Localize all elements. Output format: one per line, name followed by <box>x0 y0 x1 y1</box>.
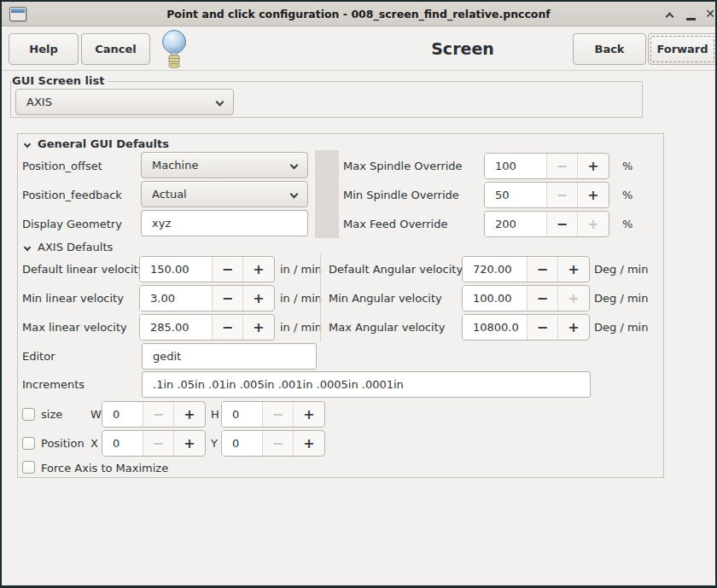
size-h-spinner: − + <box>221 401 325 428</box>
default-linear-velocity-input[interactable] <box>140 257 213 282</box>
header-separator <box>2 70 715 71</box>
increment-button[interactable]: + <box>578 212 609 236</box>
increment-button[interactable]: + <box>294 431 324 456</box>
shade-window-button[interactable] <box>662 7 678 22</box>
min-spindle-override-input[interactable] <box>485 183 547 207</box>
position-x-input[interactable] <box>102 431 143 456</box>
size-w-input[interactable] <box>102 402 143 427</box>
decrement-button[interactable]: − <box>213 286 243 311</box>
back-button[interactable]: Back <box>573 33 646 65</box>
increment-button[interactable]: + <box>558 315 589 340</box>
plus-icon: + <box>253 261 264 277</box>
max-linear-velocity-spinner: − + <box>139 314 275 341</box>
plus-icon: + <box>184 406 195 422</box>
axis-defaults-title: AXIS Defaults <box>38 241 113 253</box>
max-angular-velocity-input[interactable] <box>463 315 528 340</box>
window-title: Point and click configuration - 008_scre… <box>2 8 715 20</box>
size-checkbox-label: size <box>41 408 62 421</box>
default-angular-velocity-label: Default Angular velocity <box>329 263 463 276</box>
max-angular-velocity-spinner: − + <box>462 314 590 341</box>
gui-screen-combobox[interactable]: AXIS <box>15 89 234 115</box>
size-h-label: H <box>211 408 219 421</box>
decrement-button[interactable]: − <box>528 286 558 311</box>
decrement-button[interactable]: − <box>528 315 558 340</box>
position-x-spinner: − + <box>102 430 206 457</box>
increment-button[interactable]: + <box>174 402 205 427</box>
decrement-button[interactable]: − <box>143 402 174 427</box>
forward-button[interactable]: Forward <box>648 33 717 65</box>
decrement-button[interactable]: − <box>213 315 243 340</box>
decrement-button[interactable]: − <box>528 257 558 282</box>
close-icon: ✕ <box>702 6 717 21</box>
expander-chevron-icon <box>24 243 31 250</box>
default-linear-velocity-spinner: − + <box>139 256 275 282</box>
increment-button[interactable]: + <box>558 286 589 311</box>
minus-icon: − <box>537 261 548 277</box>
default-angular-velocity-input[interactable] <box>463 257 528 282</box>
position-offset-combobox[interactable]: Machine <box>141 152 308 178</box>
increments-label: Increments <box>22 378 85 391</box>
size-h-input[interactable] <box>222 402 263 427</box>
force-axis-maximize-checkbox[interactable] <box>22 461 35 474</box>
default-linear-velocity-unit: in / min <box>280 263 322 276</box>
minimize-window-button[interactable] <box>683 7 698 22</box>
max-feed-override-input[interactable] <box>485 212 547 236</box>
min-spindle-override-unit: % <box>622 189 632 201</box>
max-spindle-override-unit: % <box>622 160 632 172</box>
max-linear-velocity-unit: in / min <box>280 321 322 334</box>
max-linear-velocity-input[interactable] <box>140 315 213 340</box>
min-spindle-override-label: Min Spindle Override <box>343 189 459 201</box>
min-angular-velocity-input[interactable] <box>463 286 528 311</box>
size-checkbox[interactable] <box>22 408 35 421</box>
increment-button[interactable]: + <box>578 183 609 207</box>
decrement-button[interactable]: − <box>263 402 294 427</box>
close-window-button[interactable]: ✕ <box>702 6 717 21</box>
increment-button[interactable]: + <box>243 286 274 311</box>
increment-button[interactable]: + <box>578 154 609 178</box>
decrement-button[interactable]: − <box>143 431 174 456</box>
increment-button[interactable]: + <box>243 257 274 282</box>
position-feedback-combobox[interactable]: Actual <box>141 181 308 207</box>
increments-input[interactable] <box>142 371 591 398</box>
plus-icon: + <box>568 261 579 277</box>
forward-button-label: Forward <box>656 43 708 55</box>
min-linear-velocity-label: Min linear velocity <box>22 292 124 305</box>
plus-icon: + <box>184 435 195 451</box>
plus-icon: + <box>253 290 264 306</box>
max-spindle-override-input[interactable] <box>485 154 547 178</box>
chevron-down-icon <box>290 190 299 199</box>
decrement-button[interactable]: − <box>547 183 578 207</box>
size-w-label: W <box>90 408 102 421</box>
minus-icon: − <box>557 216 568 232</box>
position-checkbox[interactable] <box>22 437 35 450</box>
min-linear-velocity-input[interactable] <box>140 286 213 311</box>
display-geometry-input[interactable] <box>141 210 308 236</box>
min-angular-velocity-unit: Deg / min <box>594 292 648 305</box>
cancel-button[interactable]: Cancel <box>81 33 150 65</box>
gui-screen-selected-value: AXIS <box>26 96 217 108</box>
axis-defaults-expander[interactable]: AXIS Defaults <box>25 241 113 253</box>
minus-icon: − <box>222 319 233 335</box>
chevron-down-icon <box>216 98 224 107</box>
minus-icon: − <box>557 187 568 203</box>
decrement-button[interactable]: − <box>547 154 578 178</box>
plus-icon: + <box>587 158 598 174</box>
increment-button[interactable]: + <box>294 402 324 427</box>
minus-icon: − <box>537 290 548 306</box>
decrement-button[interactable]: − <box>547 212 578 236</box>
general-gui-defaults-expander[interactable]: General GUI Defaults <box>25 137 169 150</box>
plus-icon: + <box>303 435 314 451</box>
position-y-input[interactable] <box>222 431 263 456</box>
minus-icon: − <box>272 406 283 422</box>
help-button-label: Help <box>29 43 57 55</box>
min-linear-velocity-unit: in / min <box>280 292 322 305</box>
help-button[interactable]: Help <box>9 33 79 65</box>
increment-button[interactable]: + <box>174 431 205 456</box>
page-title: Screen <box>377 39 548 58</box>
decrement-button[interactable]: − <box>213 257 243 282</box>
decrement-button[interactable]: − <box>263 431 294 456</box>
lightbulb-icon <box>159 29 189 69</box>
increment-button[interactable]: + <box>243 315 274 340</box>
editor-input[interactable] <box>142 343 317 370</box>
increment-button[interactable]: + <box>558 257 589 282</box>
